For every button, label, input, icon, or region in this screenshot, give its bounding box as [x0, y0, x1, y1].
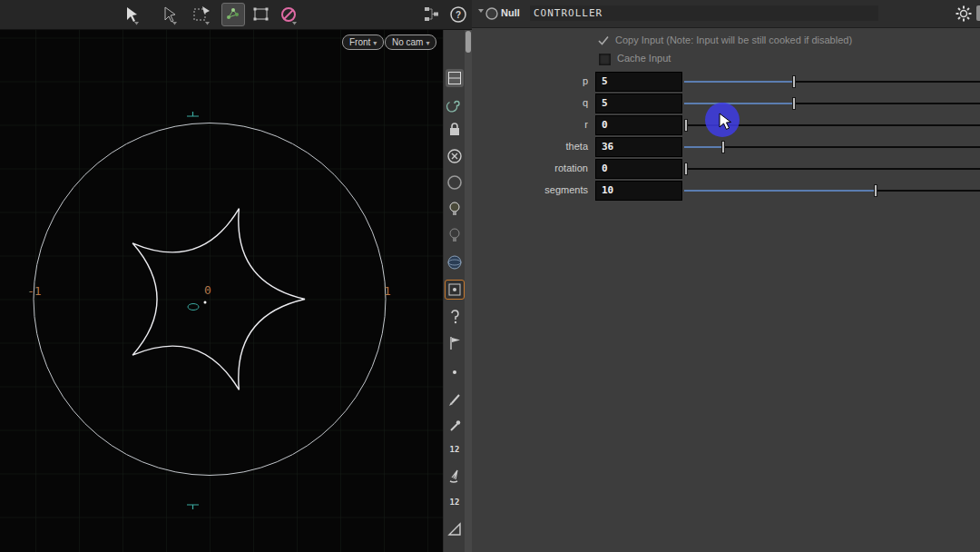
param-r-slider-handle[interactable]: [684, 119, 688, 132]
gear-icon[interactable]: [955, 5, 973, 23]
param-rotation-slider-handle[interactable]: [684, 163, 688, 175]
broom-icon[interactable]: [446, 467, 464, 485]
node-type-label: Null: [501, 7, 520, 18]
view-layout-icon[interactable]: [446, 69, 464, 87]
pane-scrollbar[interactable]: [465, 29, 472, 552]
light-icon[interactable]: [446, 200, 464, 218]
cache-input-label: Cache Input: [617, 53, 671, 64]
lock-icon[interactable]: [446, 120, 464, 138]
scene-viewport[interactable]: -1 0 1 Front▾ No cam▾: [0, 29, 443, 552]
param-row-segments: segments10: [472, 181, 980, 201]
ruler-icon[interactable]: [446, 520, 464, 538]
view-menu-button[interactable]: Front▾: [342, 34, 384, 50]
param-theta-input[interactable]: 36: [595, 137, 682, 157]
param-rotation-slider[interactable]: [684, 159, 980, 179]
svg-text:?: ?: [456, 10, 461, 20]
slider-fill: [684, 81, 794, 83]
dot-icon: [446, 363, 464, 381]
no-selection-tool-icon[interactable]: [278, 4, 299, 25]
flag-icon[interactable]: [446, 334, 464, 352]
slider-fill: [684, 103, 794, 104]
viewport-toolbar: ?: [0, 0, 472, 30]
param-p-input[interactable]: 5: [595, 72, 682, 92]
camera-menu-button[interactable]: No cam▾: [385, 34, 436, 50]
param-row-p: p5: [472, 72, 980, 92]
param-row-theta: theta36: [472, 137, 980, 157]
param-r-input[interactable]: 0: [595, 115, 682, 135]
clipped-header-icon[interactable]: [976, 5, 980, 21]
viewport-canvas: -1 0 1: [0, 29, 443, 552]
construction-plane-icon[interactable]: [446, 94, 464, 113]
houdini-window: ? -1 0 1 Front▾ No cam▾: [0, 0, 980, 552]
node-name-field[interactable]: CONTROLLER: [530, 5, 878, 21]
param-theta-slider[interactable]: [684, 137, 980, 157]
param-p-label: p: [472, 75, 588, 86]
point-numbers-icon[interactable]: 12: [446, 440, 464, 458]
light-alt-icon[interactable]: [446, 226, 464, 244]
circle-tool-icon[interactable]: [446, 173, 464, 192]
pane-scrollbar-thumb[interactable]: [466, 31, 471, 53]
param-q-input[interactable]: 5: [595, 94, 682, 113]
param-rotation-input[interactable]: 0: [595, 159, 682, 179]
cache-input-checkbox[interactable]: [599, 54, 611, 65]
param-r-label: r: [472, 119, 588, 130]
null-node-icon[interactable]: [474, 0, 501, 27]
grid-background: [0, 29, 443, 552]
chevron-down-icon: ▾: [373, 39, 377, 47]
transform-tool-icon[interactable]: [191, 4, 212, 25]
chevron-down-icon: ▾: [426, 39, 429, 47]
param-theta-slider-handle[interactable]: [721, 141, 725, 153]
pivot-dot: [204, 301, 207, 304]
copy-input-label: Copy Input (Note: Input will be still co…: [615, 34, 852, 45]
param-q-label: q: [472, 97, 588, 108]
param-segments-slider-handle[interactable]: [874, 184, 877, 197]
param-q-slider-handle[interactable]: [792, 97, 796, 110]
axis-label-neg1: -1: [27, 284, 42, 298]
axis-label-zero: 0: [204, 283, 211, 297]
param-theta-label: theta: [472, 141, 588, 152]
viewport-side-toolbar: 12 12: [443, 29, 466, 552]
handles-tool-icon[interactable]: [221, 3, 245, 26]
param-segments-label: segments: [472, 184, 588, 195]
axis-label-pos1: 1: [384, 284, 391, 298]
check-icon: [597, 34, 610, 47]
network-tree-icon[interactable]: [421, 4, 443, 25]
delete-view-icon[interactable]: [446, 147, 464, 165]
parameter-pane: Null CONTROLLER Copy Input (Note: Input …: [472, 0, 980, 552]
param-segments-input[interactable]: 10: [595, 181, 682, 201]
point-numbers-alt-icon[interactable]: 12: [446, 493, 464, 511]
slider-fill: [684, 190, 876, 192]
marquee-tool-icon[interactable]: [250, 4, 272, 25]
mouse-cursor-icon: [719, 113, 735, 133]
slider-fill: [684, 146, 723, 148]
param-p-slider[interactable]: [684, 72, 980, 92]
node-header: Null CONTROLLER: [472, 0, 980, 28]
shaded-view-icon[interactable]: [446, 253, 464, 271]
hook-icon[interactable]: [446, 307, 464, 325]
select-tool-icon[interactable]: [158, 4, 180, 25]
param-segments-slider[interactable]: [684, 181, 980, 201]
cursor-tool-icon[interactable]: [120, 4, 142, 25]
brush-icon[interactable]: [446, 390, 464, 409]
param-p-slider-handle[interactable]: [792, 75, 796, 88]
param-rotation-label: rotation: [472, 163, 588, 173]
slider-track[interactable]: [684, 146, 980, 148]
view-state-icon[interactable]: [446, 281, 464, 299]
help-icon[interactable]: ?: [447, 4, 469, 25]
dropper-icon[interactable]: [446, 417, 464, 435]
slider-track[interactable]: [684, 168, 980, 170]
param-row-rotation: rotation0: [472, 159, 980, 179]
